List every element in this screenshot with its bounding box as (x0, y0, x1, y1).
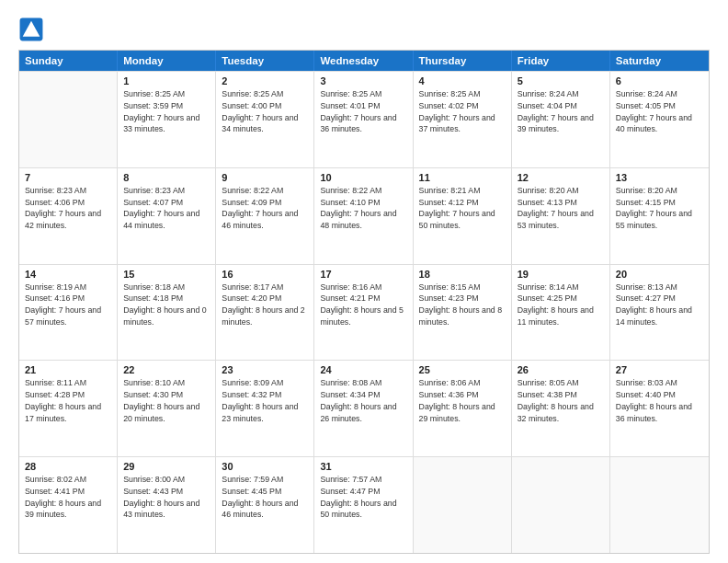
day-info: Sunrise: 8:00 AMSunset: 4:43 PMDaylight:… (123, 474, 210, 521)
calendar-cell: 30Sunrise: 7:59 AMSunset: 4:45 PMDayligh… (216, 457, 314, 553)
day-number: 8 (123, 172, 210, 183)
day-info: Sunrise: 8:15 AMSunset: 4:23 PMDaylight:… (419, 282, 506, 328)
weekday-header: Sunday (19, 51, 118, 71)
day-number: 26 (518, 364, 604, 375)
calendar-cell: 6Sunrise: 8:24 AMSunset: 4:05 PMDaylight… (610, 72, 709, 167)
day-info: Sunrise: 8:21 AMSunset: 4:12 PMDaylight:… (419, 185, 506, 232)
day-info: Sunrise: 8:22 AMSunset: 4:09 PMDaylight:… (222, 185, 308, 232)
calendar-cell: 4Sunrise: 8:25 AMSunset: 4:02 PMDaylight… (414, 72, 512, 167)
day-info: Sunrise: 8:08 AMSunset: 4:34 PMDaylight:… (320, 377, 406, 424)
day-number: 31 (320, 461, 406, 472)
day-number: 16 (222, 269, 308, 280)
day-number: 4 (419, 75, 506, 86)
calendar-cell (512, 457, 610, 553)
calendar-cell: 14Sunrise: 8:19 AMSunset: 4:16 PMDayligh… (19, 265, 118, 361)
calendar-cell: 7Sunrise: 8:23 AMSunset: 4:06 PMDaylight… (19, 168, 118, 264)
header (18, 17, 710, 42)
day-info: Sunrise: 8:25 AMSunset: 3:59 PMDaylight:… (123, 88, 210, 135)
day-number: 5 (518, 75, 604, 86)
day-info: Sunrise: 8:20 AMSunset: 4:13 PMDaylight:… (518, 185, 604, 232)
calendar-cell: 22Sunrise: 8:10 AMSunset: 4:30 PMDayligh… (118, 361, 216, 456)
day-info: Sunrise: 7:59 AMSunset: 4:45 PMDaylight:… (222, 474, 308, 521)
calendar-cell: 8Sunrise: 8:23 AMSunset: 4:07 PMDaylight… (118, 168, 216, 264)
day-number: 21 (25, 364, 111, 375)
day-number: 13 (616, 172, 703, 183)
day-info: Sunrise: 8:16 AMSunset: 4:21 PMDaylight:… (320, 282, 406, 328)
weekday-header: Thursday (414, 51, 512, 71)
day-number: 25 (419, 364, 506, 375)
day-info: Sunrise: 8:24 AMSunset: 4:05 PMDaylight:… (616, 88, 703, 135)
day-number: 19 (518, 269, 604, 280)
day-number: 10 (320, 172, 406, 183)
calendar-cell: 10Sunrise: 8:22 AMSunset: 4:10 PMDayligh… (314, 168, 413, 264)
day-info: Sunrise: 8:25 AMSunset: 4:01 PMDaylight:… (320, 88, 406, 135)
calendar-cell: 9Sunrise: 8:22 AMSunset: 4:09 PMDaylight… (216, 168, 314, 264)
calendar-cell: 18Sunrise: 8:15 AMSunset: 4:23 PMDayligh… (414, 265, 512, 361)
day-info: Sunrise: 8:11 AMSunset: 4:28 PMDaylight:… (25, 377, 111, 424)
calendar-cell: 23Sunrise: 8:09 AMSunset: 4:32 PMDayligh… (216, 361, 314, 456)
calendar-cell: 27Sunrise: 8:03 AMSunset: 4:40 PMDayligh… (610, 361, 709, 456)
calendar-cell: 3Sunrise: 8:25 AMSunset: 4:01 PMDaylight… (314, 72, 413, 167)
calendar-cell: 15Sunrise: 8:18 AMSunset: 4:18 PMDayligh… (118, 265, 216, 361)
calendar-cell: 17Sunrise: 8:16 AMSunset: 4:21 PMDayligh… (314, 265, 413, 361)
day-info: Sunrise: 8:25 AMSunset: 4:02 PMDaylight:… (419, 88, 506, 135)
day-number: 24 (320, 364, 406, 375)
day-info: Sunrise: 8:14 AMSunset: 4:25 PMDaylight:… (518, 282, 604, 328)
calendar-cell (610, 457, 709, 553)
calendar: SundayMondayTuesdayWednesdayThursdayFrid… (18, 50, 710, 554)
day-number: 9 (222, 172, 308, 183)
calendar-cell: 25Sunrise: 8:06 AMSunset: 4:36 PMDayligh… (414, 361, 512, 456)
day-number: 6 (616, 75, 703, 86)
calendar-cell: 21Sunrise: 8:11 AMSunset: 4:28 PMDayligh… (19, 361, 118, 456)
calendar-cell: 13Sunrise: 8:20 AMSunset: 4:15 PMDayligh… (610, 168, 709, 264)
logo-icon (18, 17, 44, 42)
calendar-cell: 1Sunrise: 8:25 AMSunset: 3:59 PMDaylight… (118, 72, 216, 167)
calendar-cell: 26Sunrise: 8:05 AMSunset: 4:38 PMDayligh… (512, 361, 610, 456)
weekday-header: Monday (118, 51, 216, 71)
page: SundayMondayTuesdayWednesdayThursdayFrid… (0, 0, 728, 563)
day-info: Sunrise: 8:23 AMSunset: 4:07 PMDaylight:… (123, 185, 210, 232)
day-number: 12 (518, 172, 604, 183)
day-info: Sunrise: 8:20 AMSunset: 4:15 PMDaylight:… (616, 185, 703, 232)
calendar-cell: 12Sunrise: 8:20 AMSunset: 4:13 PMDayligh… (512, 168, 610, 264)
calendar-cell: 29Sunrise: 8:00 AMSunset: 4:43 PMDayligh… (118, 457, 216, 553)
day-info: Sunrise: 7:57 AMSunset: 4:47 PMDaylight:… (320, 474, 406, 521)
weekday-header: Saturday (610, 51, 709, 71)
weekday-header: Friday (512, 51, 610, 71)
calendar-row: 21Sunrise: 8:11 AMSunset: 4:28 PMDayligh… (19, 360, 709, 456)
day-number: 23 (222, 364, 308, 375)
calendar-cell: 28Sunrise: 8:02 AMSunset: 4:41 PMDayligh… (19, 457, 118, 553)
day-info: Sunrise: 8:17 AMSunset: 4:20 PMDaylight:… (222, 282, 308, 328)
day-number: 14 (25, 269, 111, 280)
day-number: 7 (25, 172, 111, 183)
day-info: Sunrise: 8:09 AMSunset: 4:32 PMDaylight:… (222, 377, 308, 424)
day-number: 30 (222, 461, 308, 472)
calendar-cell: 24Sunrise: 8:08 AMSunset: 4:34 PMDayligh… (314, 361, 413, 456)
day-number: 27 (616, 364, 703, 375)
day-info: Sunrise: 8:25 AMSunset: 4:00 PMDaylight:… (222, 88, 308, 135)
day-info: Sunrise: 8:10 AMSunset: 4:30 PMDaylight:… (123, 377, 210, 424)
day-number: 2 (222, 75, 308, 86)
calendar-cell (19, 72, 118, 167)
day-number: 20 (616, 269, 703, 280)
calendar-row: 7Sunrise: 8:23 AMSunset: 4:06 PMDaylight… (19, 167, 709, 264)
day-number: 17 (320, 269, 406, 280)
calendar-cell: 19Sunrise: 8:14 AMSunset: 4:25 PMDayligh… (512, 265, 610, 361)
calendar-row: 14Sunrise: 8:19 AMSunset: 4:16 PMDayligh… (19, 264, 709, 361)
calendar-body: 1Sunrise: 8:25 AMSunset: 3:59 PMDaylight… (19, 71, 709, 553)
day-info: Sunrise: 8:23 AMSunset: 4:06 PMDaylight:… (25, 185, 111, 232)
day-number: 15 (123, 269, 210, 280)
day-info: Sunrise: 8:05 AMSunset: 4:38 PMDaylight:… (518, 377, 604, 424)
logo (18, 17, 48, 42)
day-info: Sunrise: 8:22 AMSunset: 4:10 PMDaylight:… (320, 185, 406, 232)
day-info: Sunrise: 8:18 AMSunset: 4:18 PMDaylight:… (123, 282, 210, 328)
weekday-header: Wednesday (314, 51, 413, 71)
day-info: Sunrise: 8:06 AMSunset: 4:36 PMDaylight:… (419, 377, 506, 424)
calendar-cell: 31Sunrise: 7:57 AMSunset: 4:47 PMDayligh… (314, 457, 413, 553)
day-info: Sunrise: 8:03 AMSunset: 4:40 PMDaylight:… (616, 377, 703, 424)
day-number: 11 (419, 172, 506, 183)
calendar-cell: 5Sunrise: 8:24 AMSunset: 4:04 PMDaylight… (512, 72, 610, 167)
day-number: 22 (123, 364, 210, 375)
calendar-row: 1Sunrise: 8:25 AMSunset: 3:59 PMDaylight… (19, 71, 709, 167)
calendar-header: SundayMondayTuesdayWednesdayThursdayFrid… (19, 51, 709, 71)
